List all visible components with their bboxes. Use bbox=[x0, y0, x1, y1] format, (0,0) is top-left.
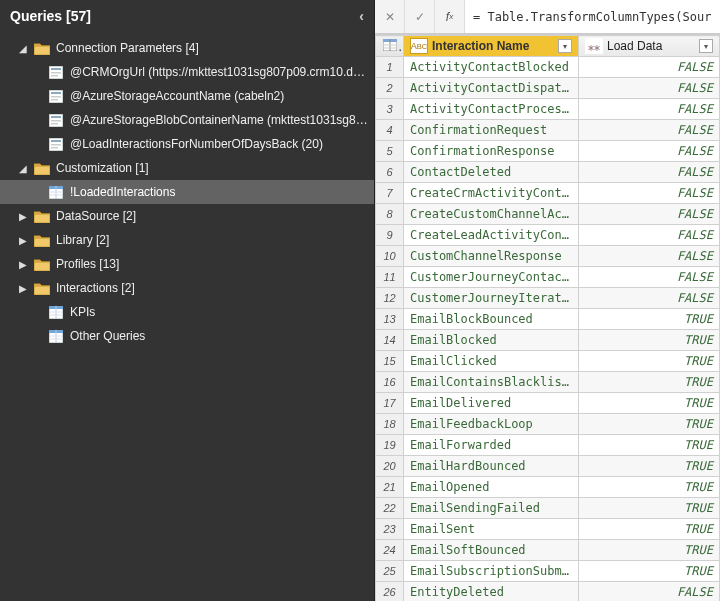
cell-load-data[interactable]: FALSE bbox=[579, 183, 720, 204]
cell-load-data[interactable]: FALSE bbox=[579, 57, 720, 78]
query-other-queries[interactable]: Other Queries bbox=[0, 324, 374, 348]
cell-load-data[interactable]: TRUE bbox=[579, 351, 720, 372]
cell-interaction-name[interactable]: CustomChannelResponse bbox=[404, 246, 579, 267]
cell-load-data[interactable]: TRUE bbox=[579, 456, 720, 477]
cell-interaction-name[interactable]: EntityDeleted bbox=[404, 582, 579, 602]
cell-interaction-name[interactable]: EmailForwarded bbox=[404, 435, 579, 456]
table-row[interactable]: 2ActivityContactDispatc…FALSE bbox=[376, 78, 720, 99]
table-row[interactable]: 7CreateCrmActivityConta…FALSE bbox=[376, 183, 720, 204]
query-kpis[interactable]: KPIs bbox=[0, 300, 374, 324]
cell-interaction-name[interactable]: ActivityContactDispatc… bbox=[404, 78, 579, 99]
cell-interaction-name[interactable]: EmailSubscriptionSubmit bbox=[404, 561, 579, 582]
folder-profiles[interactable]: ▶Profiles [13] bbox=[0, 252, 374, 276]
cell-interaction-name[interactable]: EmailBlockBounced bbox=[404, 309, 579, 330]
chevron-down-icon[interactable]: ◢ bbox=[18, 43, 28, 54]
cell-interaction-name[interactable]: CustomerJourneyContact… bbox=[404, 267, 579, 288]
cell-interaction-name[interactable]: ConfirmationRequest bbox=[404, 120, 579, 141]
table-row[interactable]: 9CreateLeadActivityCont…FALSE bbox=[376, 225, 720, 246]
folder-connection-parameters[interactable]: ◢Connection Parameters [4] bbox=[0, 36, 374, 60]
cell-load-data[interactable]: TRUE bbox=[579, 330, 720, 351]
cell-interaction-name[interactable]: EmailSoftBounced bbox=[404, 540, 579, 561]
cell-interaction-name[interactable]: EmailHardBounced bbox=[404, 456, 579, 477]
cell-load-data[interactable]: TRUE bbox=[579, 540, 720, 561]
table-row[interactable]: 15EmailClickedTRUE bbox=[376, 351, 720, 372]
cell-interaction-name[interactable]: CustomerJourneyIterati… bbox=[404, 288, 579, 309]
cell-load-data[interactable]: FALSE bbox=[579, 141, 720, 162]
param-azurestorageaccountname-cabeln2[interactable]: @AzureStorageAccountName (cabeln2) bbox=[0, 84, 374, 108]
cell-interaction-name[interactable]: EmailBlocked bbox=[404, 330, 579, 351]
table-row[interactable]: 26EntityDeletedFALSE bbox=[376, 582, 720, 602]
cell-interaction-name[interactable]: EmailFeedbackLoop bbox=[404, 414, 579, 435]
cell-load-data[interactable]: TRUE bbox=[579, 372, 720, 393]
cell-interaction-name[interactable]: EmailContainsBlacklist… bbox=[404, 372, 579, 393]
chevron-right-icon[interactable]: ▶ bbox=[18, 211, 28, 222]
cell-interaction-name[interactable]: CreateLeadActivityCont… bbox=[404, 225, 579, 246]
cell-load-data[interactable]: TRUE bbox=[579, 393, 720, 414]
table-row[interactable]: 6ContactDeletedFALSE bbox=[376, 162, 720, 183]
param-loadinteractionsfornumberofdaysback-20[interactable]: @LoadInteractionsForNumberOfDaysBack (20… bbox=[0, 132, 374, 156]
cell-load-data[interactable]: FALSE bbox=[579, 582, 720, 602]
chevron-right-icon[interactable]: ▶ bbox=[18, 259, 28, 270]
commit-formula-button[interactable]: ✓ bbox=[405, 0, 435, 33]
cell-load-data[interactable]: FALSE bbox=[579, 225, 720, 246]
table-row[interactable]: 3ActivityContactProcess…FALSE bbox=[376, 99, 720, 120]
chevron-down-icon[interactable]: ◢ bbox=[18, 163, 28, 174]
cell-load-data[interactable]: FALSE bbox=[579, 246, 720, 267]
param-crmorgurl-https-mkttest1031sg807p09-crm10-dy[interactable]: @CRMOrgUrl (https://mkttest1031sg807p09.… bbox=[0, 60, 374, 84]
param-azurestorageblobcontainername-mkttest1031sg80[interactable]: @AzureStorageBlobContainerName (mkttest1… bbox=[0, 108, 374, 132]
cell-interaction-name[interactable]: EmailSendingFailed bbox=[404, 498, 579, 519]
table-row[interactable]: 8CreateCustomChannelAct…FALSE bbox=[376, 204, 720, 225]
folder-interactions[interactable]: ▶Interactions [2] bbox=[0, 276, 374, 300]
table-row[interactable]: 1ActivityContactBlockedFALSE bbox=[376, 57, 720, 78]
filter-dropdown-icon[interactable]: ▾ bbox=[558, 39, 572, 53]
cell-load-data[interactable]: FALSE bbox=[579, 120, 720, 141]
table-row[interactable]: 16EmailContainsBlacklist…TRUE bbox=[376, 372, 720, 393]
cell-interaction-name[interactable]: EmailDelivered bbox=[404, 393, 579, 414]
cell-load-data[interactable]: FALSE bbox=[579, 267, 720, 288]
cell-load-data[interactable]: TRUE bbox=[579, 498, 720, 519]
folder-datasource[interactable]: ▶DataSource [2] bbox=[0, 204, 374, 228]
cell-interaction-name[interactable]: CreateCustomChannelAct… bbox=[404, 204, 579, 225]
column-header-load-data[interactable]: ⁎⁎ Load Data ▾ bbox=[579, 36, 720, 57]
table-row[interactable]: 19EmailForwardedTRUE bbox=[376, 435, 720, 456]
table-row[interactable]: 24EmailSoftBouncedTRUE bbox=[376, 540, 720, 561]
table-row[interactable]: 17EmailDeliveredTRUE bbox=[376, 393, 720, 414]
cell-interaction-name[interactable]: ContactDeleted bbox=[404, 162, 579, 183]
table-row[interactable]: 10CustomChannelResponseFALSE bbox=[376, 246, 720, 267]
folder-library[interactable]: ▶Library [2] bbox=[0, 228, 374, 252]
chevron-right-icon[interactable]: ▶ bbox=[18, 235, 28, 246]
cell-interaction-name[interactable]: ConfirmationResponse bbox=[404, 141, 579, 162]
formula-input[interactable] bbox=[465, 0, 720, 33]
cell-load-data[interactable]: TRUE bbox=[579, 414, 720, 435]
cell-interaction-name[interactable]: ActivityContactBlocked bbox=[404, 57, 579, 78]
cell-load-data[interactable]: TRUE bbox=[579, 309, 720, 330]
table-row[interactable]: 11CustomerJourneyContact…FALSE bbox=[376, 267, 720, 288]
cell-load-data[interactable]: FALSE bbox=[579, 78, 720, 99]
table-row[interactable]: 18EmailFeedbackLoopTRUE bbox=[376, 414, 720, 435]
table-row[interactable]: 22EmailSendingFailedTRUE bbox=[376, 498, 720, 519]
cell-interaction-name[interactable]: EmailClicked bbox=[404, 351, 579, 372]
table-row[interactable]: 23EmailSentTRUE bbox=[376, 519, 720, 540]
cell-load-data[interactable]: TRUE bbox=[579, 519, 720, 540]
table-row[interactable]: 21EmailOpenedTRUE bbox=[376, 477, 720, 498]
table-row[interactable]: 13EmailBlockBouncedTRUE bbox=[376, 309, 720, 330]
table-row[interactable]: 25EmailSubscriptionSubmitTRUE bbox=[376, 561, 720, 582]
cell-load-data[interactable]: FALSE bbox=[579, 162, 720, 183]
table-row[interactable]: 20EmailHardBouncedTRUE bbox=[376, 456, 720, 477]
cell-load-data[interactable]: FALSE bbox=[579, 204, 720, 225]
cell-load-data[interactable]: FALSE bbox=[579, 288, 720, 309]
query-loadedinteractions[interactable]: !LoadedInteractions bbox=[0, 180, 374, 204]
cell-load-data[interactable]: TRUE bbox=[579, 561, 720, 582]
folder-customization[interactable]: ◢Customization [1] bbox=[0, 156, 374, 180]
cell-interaction-name[interactable]: EmailSent bbox=[404, 519, 579, 540]
table-row[interactable]: 14EmailBlockedTRUE bbox=[376, 330, 720, 351]
table-row[interactable]: 4ConfirmationRequestFALSE bbox=[376, 120, 720, 141]
cell-interaction-name[interactable]: ActivityContactProcess… bbox=[404, 99, 579, 120]
table-corner[interactable] bbox=[376, 36, 404, 57]
filter-dropdown-icon[interactable]: ▾ bbox=[699, 39, 713, 53]
cell-load-data[interactable]: FALSE bbox=[579, 99, 720, 120]
column-header-interaction-name[interactable]: ABC Interaction Name ▾ bbox=[404, 36, 579, 57]
cell-interaction-name[interactable]: CreateCrmActivityConta… bbox=[404, 183, 579, 204]
collapse-pane-icon[interactable]: ‹ bbox=[359, 8, 364, 24]
cell-interaction-name[interactable]: EmailOpened bbox=[404, 477, 579, 498]
